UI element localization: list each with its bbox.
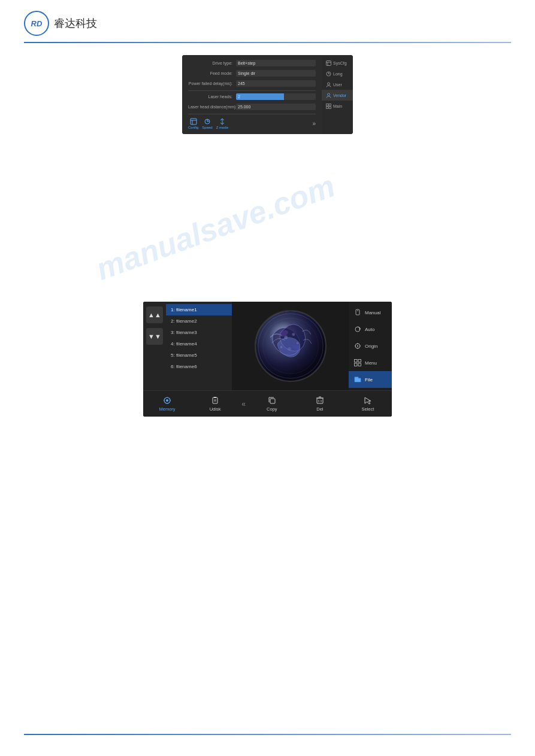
tab-zmode-label: Z mode <box>216 126 228 129</box>
tab-config[interactable]: Config <box>188 118 198 129</box>
toolbar-del[interactable]: Del <box>296 393 344 414</box>
zmode-icon <box>218 118 226 125</box>
nav-auto[interactable]: Auto <box>349 321 392 338</box>
svg-rect-14 <box>329 104 331 106</box>
config-panel: Drive type: Belt+step Feed mode: Single … <box>182 55 353 134</box>
del-icon <box>315 396 325 405</box>
scroll-down-button[interactable]: ▼▼ <box>146 328 163 345</box>
file-item-5[interactable]: 5: filename5 <box>166 350 232 361</box>
file-item-2[interactable]: 2: filename2 <box>166 315 232 327</box>
menu-icon <box>353 359 362 367</box>
logo-container: RD 睿达科技 <box>24 11 97 36</box>
vendor-label: Vendor <box>333 93 346 98</box>
sidebar-item-syscfg[interactable]: SysCfg <box>322 57 353 68</box>
syscfg-icon <box>325 60 331 66</box>
toolbar-back-chevron[interactable]: « <box>239 393 248 414</box>
logo-rd-text: RD <box>31 19 43 28</box>
sidebar-item-vendor[interactable]: Vendor <box>322 90 353 101</box>
laser-heads-value[interactable]: 2 <box>236 93 316 100</box>
header: RD 睿达科技 <box>0 0 535 42</box>
svg-point-23 <box>288 347 291 351</box>
long-icon <box>325 71 331 77</box>
more-button[interactable]: » <box>312 120 316 127</box>
config-divider-1 <box>188 90 316 91</box>
file-nav-icon <box>353 375 362 384</box>
drive-type-label: Drive type: <box>188 61 236 65</box>
select-label: Select <box>362 406 374 412</box>
vendor-icon <box>325 92 331 98</box>
preview-image <box>255 310 327 382</box>
copy-label: Copy <box>267 406 277 412</box>
config-sidebar: SysCfg Long User Vendor <box>322 55 353 134</box>
svg-point-12 <box>327 93 330 96</box>
laser-heads-label: Laser heads: <box>188 95 236 99</box>
tab-zmode[interactable]: Z mode <box>216 118 228 129</box>
svg-rect-37 <box>355 363 358 366</box>
toolbar-copy[interactable]: Copy <box>248 393 296 414</box>
memory-label: Memory <box>159 406 175 412</box>
file-item-6[interactable]: 6: filename6 <box>166 361 232 372</box>
select-icon <box>362 396 373 405</box>
scroll-column: ▲▲ ▼▼ <box>143 302 166 390</box>
memory-icon <box>162 396 173 405</box>
svg-rect-50 <box>317 398 323 403</box>
config-tabs: Config Speed Z mode » <box>188 118 316 129</box>
del-label: Del <box>316 406 323 412</box>
udisk-icon <box>210 396 220 405</box>
svg-rect-0 <box>191 119 197 125</box>
file-item-1[interactable]: 1: filename1 <box>166 304 232 315</box>
content-area: Drive type: Belt+step Feed mode: Single … <box>0 43 535 429</box>
config-divider-2 <box>188 114 316 114</box>
long-label: Long <box>333 72 343 76</box>
config-main-area: Drive type: Belt+step Feed mode: Single … <box>182 55 322 134</box>
main-label: Main <box>333 104 342 108</box>
tab-config-label: Config <box>188 126 198 129</box>
nav-menu[interactable]: Menu <box>349 354 392 371</box>
menu-label: Menu <box>365 360 377 366</box>
toolbar-udisk[interactable]: Udisk <box>191 393 239 414</box>
sidebar-item-user[interactable]: User <box>322 79 353 90</box>
tab-speed[interactable]: Speed <box>202 118 212 129</box>
svg-rect-38 <box>358 363 361 366</box>
syscfg-label: SysCfg <box>333 61 347 65</box>
svg-rect-16 <box>329 107 331 109</box>
feed-mode-value[interactable]: Single dir <box>236 70 316 77</box>
nav-sidebar: Manual Auto Origin <box>349 302 392 390</box>
udisk-label: Udisk <box>210 406 221 412</box>
user-icon <box>325 81 331 87</box>
toolbar-memory[interactable]: Memory <box>143 393 191 414</box>
power-delay-value[interactable]: 245 <box>236 80 316 87</box>
sidebar-item-main[interactable]: Main <box>322 101 353 111</box>
drive-type-value[interactable]: Belt+step <box>236 60 316 66</box>
svg-point-20 <box>284 336 288 339</box>
nav-origin[interactable]: Origin <box>349 338 392 354</box>
feed-mode-label: Feed mode: <box>188 71 236 75</box>
laser-distance-label: Laser head distance(mm): <box>188 105 236 109</box>
svg-point-30 <box>357 345 358 347</box>
drive-type-row: Drive type: Belt+step <box>188 60 316 66</box>
svg-point-21 <box>292 333 295 336</box>
nav-file[interactable]: File <box>349 371 392 388</box>
file-item-4[interactable]: 4: filename4 <box>166 338 232 350</box>
scroll-up-button[interactable]: ▲▲ <box>146 306 163 323</box>
file-list: 1: filename1 2: filename2 3: filename3 4… <box>166 302 232 390</box>
sidebar-item-long[interactable]: Long <box>322 68 353 79</box>
laser-heads-row: Laser heads: 2 <box>188 93 316 100</box>
file-item-3[interactable]: 3: filename3 <box>166 327 232 338</box>
main-icon <box>325 103 331 109</box>
auto-icon <box>353 325 362 333</box>
toolbar-select[interactable]: Select <box>344 393 392 414</box>
footer-divider <box>24 734 511 735</box>
laser-distance-value[interactable]: 25.000 <box>236 104 316 110</box>
svg-point-24 <box>280 346 282 348</box>
svg-point-11 <box>327 83 330 85</box>
logo-circle: RD <box>24 11 49 36</box>
logo-text: 睿达科技 <box>54 16 97 31</box>
svg-point-22 <box>296 342 298 344</box>
svg-rect-46 <box>214 397 216 398</box>
origin-label: Origin <box>365 344 377 349</box>
nav-manual[interactable]: Manual <box>349 304 392 321</box>
auto-label: Auto <box>365 327 374 332</box>
svg-rect-15 <box>326 107 328 109</box>
svg-rect-49 <box>270 399 275 403</box>
